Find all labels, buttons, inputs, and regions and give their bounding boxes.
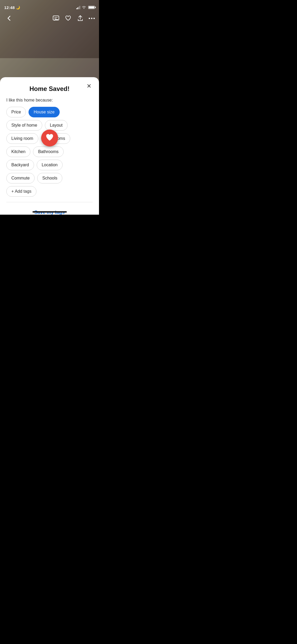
status-time: 12:48 bbox=[4, 5, 15, 10]
tag-backyard[interactable]: Backyard bbox=[6, 160, 34, 170]
tag-living-room[interactable]: Living room bbox=[6, 133, 38, 144]
back-button[interactable] bbox=[4, 13, 14, 23]
signal-icon bbox=[76, 6, 80, 9]
wifi-icon bbox=[82, 5, 86, 10]
tag-style-of-home[interactable]: Style of home bbox=[6, 120, 42, 131]
close-button[interactable]: ✕ bbox=[84, 81, 94, 91]
tag-kitchen[interactable]: Kitchen bbox=[6, 146, 30, 157]
sheet-subtitle: I like this home because: bbox=[6, 98, 93, 103]
tag-location[interactable]: Location bbox=[37, 160, 63, 170]
message-button[interactable] bbox=[52, 15, 60, 22]
battery-icon bbox=[88, 6, 95, 9]
sheet-title: Home Saved! bbox=[6, 85, 93, 93]
status-bar: 12:48 🌙 bbox=[0, 0, 99, 12]
nav-actions bbox=[52, 15, 95, 22]
tag-schools[interactable]: Schools bbox=[37, 173, 62, 183]
divider bbox=[6, 202, 93, 202]
heart-fab-icon bbox=[46, 134, 54, 142]
add-tags-button[interactable]: + Add tags bbox=[6, 186, 36, 197]
tag-price[interactable]: Price bbox=[6, 107, 26, 117]
heart-button[interactable] bbox=[64, 15, 72, 22]
tag-layout[interactable]: Layout bbox=[45, 120, 68, 131]
heart-fab[interactable] bbox=[41, 130, 58, 146]
more-button[interactable] bbox=[89, 18, 95, 19]
nav-bar bbox=[0, 12, 99, 25]
share-button[interactable] bbox=[77, 15, 84, 22]
home-indicator bbox=[32, 211, 67, 213]
save-my-tags-button[interactable]: Save my tags bbox=[6, 206, 93, 215]
tag-bathrooms[interactable]: Bathrooms bbox=[33, 146, 63, 157]
moon-icon: 🌙 bbox=[16, 6, 20, 10]
tag-commute[interactable]: Commute bbox=[6, 173, 35, 183]
status-icons bbox=[76, 5, 95, 10]
tags-container: PriceHouse sizeStyle of homeLayoutLiving… bbox=[6, 107, 93, 197]
tag-house-size[interactable]: House size bbox=[29, 107, 59, 117]
